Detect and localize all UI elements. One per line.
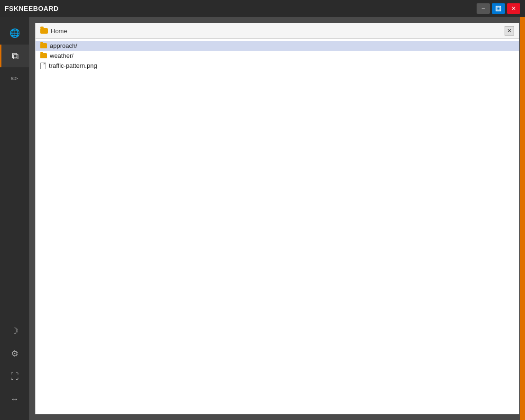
home-label: Home — [51, 27, 67, 35]
minimize-button[interactable]: – — [477, 3, 490, 14]
sidebar-item-copy[interactable]: ⧉ — [0, 45, 29, 67]
content-area: Home ✕ approach/ weather/ — [29, 17, 525, 420]
close-button[interactable]: ✕ — [507, 3, 520, 14]
edit-icon: ✏ — [11, 73, 18, 84]
fb-close-button[interactable]: ✕ — [505, 26, 514, 36]
expand-icon: ⛶ — [10, 372, 19, 382]
sidebar-bottom: ☽ ⚙ ⛶ ↔ — [0, 320, 29, 415]
globe-icon: 🌐 — [9, 28, 20, 38]
settings-icon: ⚙ — [11, 348, 18, 359]
copy-icon: ⧉ — [12, 51, 18, 62]
sidebar-item-arrows[interactable]: ↔ — [0, 388, 29, 411]
folder-icon-weather — [40, 53, 47, 58]
arrows-icon: ↔ — [10, 394, 19, 404]
sidebar-item-edit[interactable]: ✏ — [0, 67, 29, 90]
file-list: approach/ weather/ traffic-pattern.png — [36, 39, 519, 414]
file-browser-header: Home ✕ — [36, 23, 519, 39]
png-icon-traffic-pattern — [40, 63, 46, 69]
scrollbar-track[interactable] — [520, 17, 525, 420]
list-item-weather[interactable]: weather/ — [36, 51, 519, 61]
list-item-traffic-pattern[interactable]: traffic-pattern.png — [36, 61, 519, 71]
fb-header-left: Home — [40, 27, 67, 35]
main-layout: 🌐 ⧉ ✏ ☽ ⚙ ⛶ ↔ — [0, 17, 525, 420]
sidebar-item-globe[interactable]: 🌐 — [0, 22, 29, 45]
file-browser: Home ✕ approach/ weather/ — [35, 23, 519, 414]
item-name-traffic-pattern: traffic-pattern.png — [49, 62, 97, 69]
sidebar-item-settings[interactable]: ⚙ — [0, 342, 29, 365]
app-title: FSKNEEBOARD — [5, 5, 59, 12]
home-folder-icon — [40, 28, 48, 34]
folder-icon-approach — [40, 43, 47, 48]
window-controls: – ✕ — [477, 3, 520, 14]
moon-icon: ☽ — [11, 326, 18, 336]
titlebar: FSKNEEBOARD – ✕ — [0, 0, 525, 17]
list-item-approach[interactable]: approach/ — [36, 41, 519, 51]
svg-rect-1 — [497, 7, 500, 10]
sidebar: 🌐 ⧉ ✏ ☽ ⚙ ⛶ ↔ — [0, 17, 29, 420]
sidebar-item-expand[interactable]: ⛶ — [0, 365, 29, 388]
sidebar-item-moon[interactable]: ☽ — [0, 320, 29, 342]
item-name-approach: approach/ — [50, 42, 77, 49]
maximize-button[interactable] — [492, 3, 505, 14]
item-name-weather: weather/ — [50, 52, 74, 59]
